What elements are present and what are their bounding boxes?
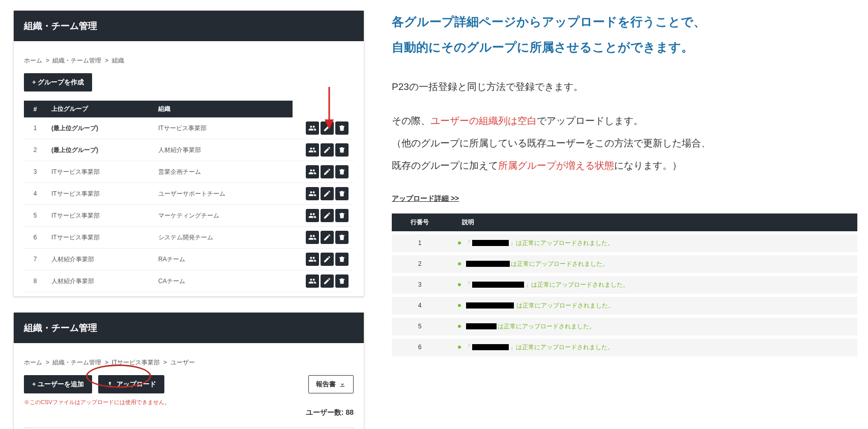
table-row: 4 は正常にアップロードされました。 — [392, 297, 857, 315]
users-icon[interactable] — [306, 274, 319, 288]
users-icon[interactable] — [306, 253, 319, 266]
cell-org: 営業企画チーム — [153, 161, 293, 183]
table-row: 6「」は正常にアップロードされました。 — [392, 339, 857, 356]
cell-parent: 人材紹介事業部 — [46, 270, 153, 292]
edit-icon[interactable] — [321, 143, 334, 157]
status-dot-icon — [458, 346, 461, 349]
cell-description: 「」は正常にアップロードされました。 — [448, 234, 857, 252]
users-icon[interactable] — [306, 143, 319, 157]
headline-line2: 自動的にそのグループに所属させることができます。 — [392, 35, 860, 60]
table-row: 6ITサービス事業部システム開発チーム — [24, 227, 354, 249]
cell-org: ユーザーサポートチーム — [153, 183, 293, 205]
cell-org: ITサービス事業部 — [153, 117, 293, 139]
edit-icon[interactable] — [321, 121, 334, 135]
edit-icon[interactable] — [321, 209, 334, 222]
cell-parent: 人材紹介事業部 — [46, 249, 153, 270]
report-button-label: 報告書 — [316, 380, 336, 389]
upload-icon — [106, 381, 113, 388]
col-parent: 上位グループ — [46, 101, 153, 117]
redacted-text — [466, 261, 510, 267]
cell-num: 3 — [24, 161, 46, 183]
user-count: ユーザー数: 88 — [24, 408, 354, 417]
cell-parent: ITサービス事業部 — [46, 183, 153, 205]
cell-description: は正常にアップロードされました。 — [448, 318, 857, 335]
trash-icon[interactable] — [335, 209, 349, 222]
users-icon[interactable] — [306, 187, 319, 200]
breadcrumb: ホーム > 組織・チーム管理 > 組織 — [24, 56, 354, 65]
col-org: 組織 — [153, 101, 293, 117]
trash-icon[interactable] — [335, 231, 349, 244]
cell-num: 6 — [24, 227, 46, 249]
upload-detail-table: 行番号 説明 1「」は正常にアップロードされました。2は正常にアップロードされま… — [392, 210, 857, 359]
cell-parent: (最上位グループ) — [46, 117, 153, 139]
trash-icon[interactable] — [335, 165, 349, 178]
cell-num: 5 — [24, 205, 46, 227]
cell-description: は正常にアップロードされました。 — [448, 297, 857, 315]
redacted-text — [466, 302, 514, 309]
trash-icon[interactable] — [335, 143, 349, 157]
redacted-text — [472, 240, 509, 246]
add-user-button[interactable]: + ユーザーを追加 — [24, 375, 92, 393]
cell-row-number: 3 — [392, 276, 448, 294]
users-icon[interactable] — [306, 165, 319, 178]
edit-icon[interactable] — [321, 187, 334, 200]
cell-row-number: 6 — [392, 339, 448, 356]
cell-org: RAチーム — [153, 249, 293, 270]
org-management-panel-top: 組織・チーム管理 ホーム > 組織・チーム管理 > 組織 + グループを作成 #… — [13, 10, 364, 297]
cell-parent: ITサービス事業部 — [46, 227, 153, 249]
org-management-panel-bottom: 組織・チーム管理 ホーム > 組織・チーム管理 > ITサービス事業部 > ユー… — [13, 312, 364, 429]
trash-icon[interactable] — [335, 253, 349, 266]
status-dot-icon — [458, 262, 461, 265]
cell-org: システム開発チーム — [153, 227, 293, 249]
status-dot-icon — [458, 304, 461, 307]
trash-icon[interactable] — [335, 121, 349, 135]
table-row: 4ITサービス事業部ユーザーサポートチーム — [24, 183, 354, 205]
upload-detail-title: アップロード詳細 >> — [392, 194, 860, 203]
users-icon[interactable] — [306, 209, 319, 222]
cell-description: は正常にアップロードされました。 — [448, 255, 857, 273]
cell-num: 4 — [24, 183, 46, 205]
edit-icon[interactable] — [321, 253, 334, 266]
download-icon — [339, 381, 346, 388]
cell-num: 8 — [24, 270, 46, 292]
col-row-number: 行番号 — [392, 213, 448, 231]
report-button[interactable]: 報告書 — [308, 375, 354, 393]
col-num: # — [24, 101, 46, 117]
cell-org: CAチーム — [153, 270, 293, 292]
table-row: 2は正常にアップロードされました。 — [392, 255, 857, 273]
cell-num: 7 — [24, 249, 46, 270]
cell-org: 人材紹介事業部 — [153, 139, 293, 161]
trash-icon[interactable] — [335, 274, 349, 288]
table-row: 5ITサービス事業部マーケティングチーム — [24, 205, 354, 227]
edit-icon[interactable] — [321, 231, 334, 244]
table-row: 1(最上位グループ)ITサービス事業部 — [24, 117, 354, 139]
redacted-text — [472, 282, 524, 288]
status-dot-icon — [458, 241, 461, 244]
trash-icon[interactable] — [335, 187, 349, 200]
breadcrumb: ホーム > 組織・チーム管理 > ITサービス事業部 > ユーザー — [24, 358, 354, 367]
users-icon[interactable] — [306, 121, 319, 135]
cell-org: マーケティングチーム — [153, 205, 293, 227]
edit-icon[interactable] — [321, 165, 334, 178]
groups-table: # 上位グループ 組織 1(最上位グループ)ITサービス事業部2(最上位グループ… — [24, 101, 354, 292]
body-line2: その際、ユーザーの組織列は空白でアップロードします。 — [392, 110, 860, 132]
redacted-text — [466, 323, 497, 329]
upload-button-label: アップロード — [117, 380, 156, 389]
explanation-text: 各グループ詳細ページからアップロードを行うことで、 自動的にそのグループに所属さ… — [392, 9, 860, 359]
create-group-button[interactable]: + グループを作成 — [24, 73, 92, 91]
csv-warning: ※このCSVファイルはアップロードには使用できません。 — [24, 399, 354, 406]
cell-parent: ITサービス事業部 — [46, 161, 153, 183]
body-line4: 既存のグループに加えて所属グループが増える状態になります。） — [392, 155, 860, 177]
status-dot-icon — [458, 283, 461, 286]
table-row: 5は正常にアップロードされました。 — [392, 318, 857, 335]
cell-description: 「」は正常にアップロードされました。 — [448, 276, 857, 294]
cell-row-number: 5 — [392, 318, 448, 335]
table-row: 3ITサービス事業部営業企画チーム — [24, 161, 354, 183]
table-row: 7人材紹介事業部RAチーム — [24, 249, 354, 270]
users-icon[interactable] — [306, 231, 319, 244]
redacted-text — [472, 344, 509, 350]
cell-num: 1 — [24, 117, 46, 139]
edit-icon[interactable] — [321, 274, 334, 288]
cell-row-number: 4 — [392, 297, 448, 315]
upload-button[interactable]: アップロード — [98, 375, 164, 393]
